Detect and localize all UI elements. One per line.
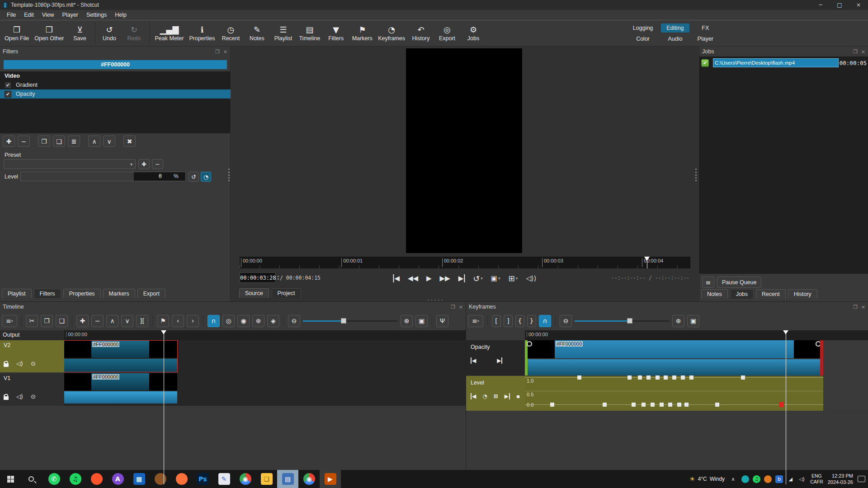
opacity-keyframe-track[interactable]: #FF000000 [525, 340, 868, 375]
remove-filter-button[interactable]: − [18, 136, 30, 147]
taskbar-app-button[interactable]: Ps [192, 470, 213, 488]
set-first-simple-keyframe-button[interactable]: { [515, 315, 524, 327]
save-filter-set-button[interactable]: ≣ [68, 136, 80, 147]
dock-tab[interactable]: Playlist [2, 289, 32, 298]
skip-to-end-button[interactable]: ▶ [458, 274, 465, 282]
play-button[interactable]: ▶ [426, 274, 432, 282]
dock-tab[interactable]: Markers [103, 289, 135, 298]
menu-item[interactable]: Help [111, 11, 131, 19]
dock-tab[interactable]: Properties [63, 289, 101, 298]
maximize-button[interactable]: □ [830, 0, 849, 10]
keyframe-square[interactable] [638, 375, 642, 380]
taskbar-app-button[interactable]: A [107, 470, 128, 488]
keyframe-square[interactable] [741, 375, 745, 380]
taskbar-app-button[interactable]: ◉ [235, 470, 256, 488]
action-center-icon[interactable] [858, 476, 865, 482]
delete-keyframe-button[interactable]: ⊠ [494, 393, 498, 399]
menu-item[interactable]: Player [58, 11, 82, 19]
split-button[interactable]: ][ [136, 315, 148, 327]
save-preset-button[interactable]: ✚ [138, 159, 150, 169]
hide-eye-icon[interactable]: ⊙ [31, 393, 36, 400]
copy-filters-button[interactable]: ❐ [38, 136, 50, 147]
ripple-button[interactable]: ◉ [237, 315, 250, 327]
selected-keyframe-square[interactable] [779, 402, 784, 407]
snap-magnet-button[interactable]: ∩ [208, 315, 220, 327]
menu-item[interactable]: Settings [82, 11, 111, 19]
set-filter-start-button[interactable]: [ [492, 315, 501, 327]
spin-down-icon[interactable]: ▾ [277, 278, 279, 281]
taskbar-app-button[interactable] [171, 470, 192, 488]
toolbar-button[interactable]: ▁▄▇ Peak Meter [149, 22, 187, 45]
keyframe-square[interactable] [681, 375, 685, 380]
job-row[interactable]: ✔ C:\Users\Pierre\Desktop\flash.mp4 00:0… [701, 58, 867, 68]
timecode-spin-buttons[interactable]: ▴ ▾ [277, 273, 279, 282]
volume-button[interactable]: ◁⟩⟩ [526, 274, 536, 282]
start-button[interactable] [0, 470, 21, 488]
close-button[interactable]: × [849, 0, 868, 10]
layout-audio[interactable]: Audio [661, 34, 689, 43]
toolbar-button[interactable]: ℹ Properties [186, 22, 217, 45]
level-value[interactable]: 0 [134, 172, 174, 181]
prev-keyframe-button[interactable]: ◀ [471, 357, 476, 364]
keyframe-hold-button[interactable]: ▪ [516, 393, 520, 399]
toolbar-button[interactable]: ⊻ Save [67, 22, 93, 45]
deselect-filter-button[interactable]: ✖ [123, 136, 136, 147]
paste-button[interactable]: ❑ [56, 315, 68, 327]
keyframe-square[interactable] [627, 375, 632, 380]
layout-color[interactable]: Color [627, 34, 659, 43]
grid-button[interactable]: ⊞ ▾ [509, 274, 518, 283]
toolbar-button[interactable]: ☰ Playlist [270, 22, 296, 45]
menu-item[interactable]: View [38, 11, 58, 19]
zoom-fit-button[interactable]: ▣ [687, 315, 699, 327]
toolbar-button[interactable]: ✎ Notes [244, 22, 270, 45]
layout-editing[interactable]: Editing [661, 23, 689, 33]
menu-item[interactable]: Edit [20, 11, 38, 19]
panel-splitter-handle[interactable] [695, 169, 697, 181]
menu-item[interactable]: File [3, 11, 20, 19]
close-panel-icon[interactable]: × [459, 304, 463, 310]
toolbar-button[interactable]: ◎ Export [434, 22, 460, 45]
set-second-simple-keyframe-button[interactable]: } [527, 315, 536, 327]
float-panel-icon[interactable]: ❐ [853, 304, 858, 310]
dock-tab[interactable]: History [788, 289, 817, 299]
weather-widget[interactable]: ☀ 4°C Windy [689, 475, 725, 483]
filter-target-clip-bar[interactable]: #FF000000 [4, 60, 227, 69]
timeline-clip-v2[interactable]: #FF000000 [64, 341, 177, 372]
keyframes-param-head-level[interactable]: Level ◀ ◔ ⊠ ▶ ▪ [466, 376, 525, 411]
paste-filters-button[interactable]: ❑ [53, 136, 65, 147]
keyframe-square[interactable] [646, 375, 651, 380]
dock-tab[interactable]: Jobs [730, 289, 754, 299]
set-filter-end-button[interactable]: ] [504, 315, 513, 327]
tray-icon[interactable]: ◁⟩ [798, 475, 806, 483]
taskbar-search-button[interactable] [21, 470, 42, 488]
dock-tab[interactable]: Recent [756, 289, 786, 299]
toolbar-button[interactable]: ◷ Recent [217, 22, 244, 45]
toolbar-button[interactable]: ◔ Keyframes [375, 22, 408, 45]
tray-icon[interactable]: ◢ [787, 475, 794, 483]
player-scrubber-ruler[interactable]: 00:00:0000:00:0100:00:0200:00:0300:00:04 [240, 257, 690, 268]
toolbar-button[interactable]: ⚑ Markers [349, 22, 375, 45]
overwrite-button[interactable]: ∨ [121, 315, 133, 327]
taskbar-app-button[interactable]: ▶ [320, 470, 341, 488]
keyframe-square[interactable] [689, 375, 693, 380]
taskbar-app-button[interactable]: ❏ [256, 470, 277, 488]
timeline-ruler[interactable]: 00:00:00 [64, 330, 466, 340]
zoom-out-button[interactable]: ⊖ [288, 315, 300, 327]
taskbar-app-button[interactable] [150, 470, 171, 488]
track-head-v1[interactable]: V1 ◁⟩ ⊙ [0, 373, 64, 406]
rewind-button[interactable]: ◀◀ [408, 274, 418, 282]
toolbar-button[interactable]: ↻ Redo [121, 22, 147, 45]
toolbar-button[interactable]: ↺ Undo [95, 22, 121, 45]
checkbox-checked-icon[interactable]: ✔ [5, 91, 11, 98]
float-panel-icon[interactable]: ❐ [451, 304, 455, 310]
filter-row-gradient[interactable]: ✔ Gradient [0, 80, 231, 89]
tray-icon[interactable] [764, 475, 772, 483]
ripple-markers-button[interactable]: ◈ [267, 315, 279, 327]
snap-magnet-button[interactable]: ∩ [539, 315, 551, 327]
toolbar-button[interactable]: ❐ Open File [2, 22, 32, 45]
move-filter-up-button[interactable]: ∧ [88, 136, 100, 147]
timeline-clip-v1[interactable]: #FF000000 [64, 373, 177, 405]
level-slider-track[interactable] [21, 172, 134, 181]
lift-button[interactable]: ∧ [106, 315, 118, 327]
float-panel-icon[interactable]: ❐ [853, 49, 858, 55]
